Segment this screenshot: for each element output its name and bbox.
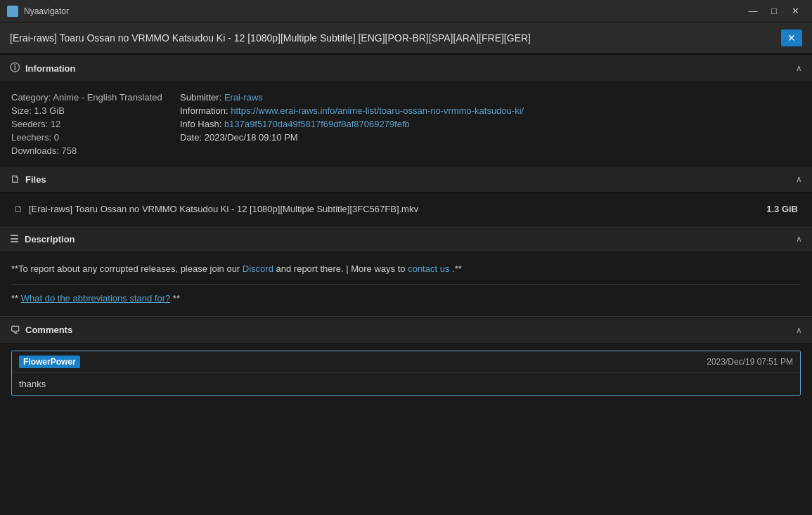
hash-row: Info Hash: b137a9f5170da49f5817f69df8af8…	[180, 119, 801, 129]
size-row: Size: 1.3 GiB	[11, 105, 180, 116]
files-section-title: Files	[25, 174, 46, 185]
minimize-button[interactable]: —	[743, 4, 763, 18]
desc-abbr-suffix: **	[173, 293, 180, 304]
desc-text-end: .**	[452, 263, 462, 274]
leechers-row: Leechers: 0	[11, 132, 180, 143]
date-label: Date:	[180, 132, 202, 143]
main-content: ⓘ Information ∧ Category: Anime - Englis…	[0, 54, 812, 511]
desc-abbr-prefix: **	[11, 293, 18, 304]
torrent-title: [Erai-raws] Toaru Ossan no VRMMO Katsudo…	[10, 32, 774, 44]
comment-box-0: FlowerPower 2023/Dec/19 07:51 PM thanks	[11, 351, 801, 396]
seeders-row: Seeders: 12	[11, 119, 180, 129]
comments-section-body: FlowerPower 2023/Dec/19 07:51 PM thanks	[0, 344, 812, 403]
desc-text-after-discord: and report there. | More ways to	[276, 263, 408, 274]
description-chevron: ∧	[796, 234, 802, 244]
seeders-label: Seeders:	[11, 119, 48, 129]
date-row: Date: 2023/Dec/18 09:10 PM	[180, 132, 801, 143]
information-section-body: Category: Anime - English Translated Sub…	[0, 82, 812, 166]
app-title: Nyaavigator	[24, 6, 737, 16]
desc-divider	[11, 284, 801, 285]
file-icon: 🗋	[14, 204, 23, 214]
file-name: [Erai-raws] Toaru Ossan no VRMMO Katsudo…	[29, 204, 418, 214]
category-label: Category:	[11, 92, 51, 103]
torrent-close-button[interactable]: ✕	[781, 30, 802, 46]
leechers-value: 0	[54, 132, 59, 143]
description-text: **To report about any corrupted releases…	[11, 262, 801, 277]
category-row: Category: Anime - English Translated	[11, 92, 180, 103]
desc-abbr-paragraph: ** What do the abbreviations stand for? …	[11, 292, 801, 306]
information-chevron: ∧	[796, 63, 802, 73]
discord-link[interactable]: Discord	[243, 263, 273, 274]
file-name-container: 🗋 [Erai-raws] Toaru Ossan no VRMMO Katsu…	[14, 204, 418, 214]
info-url-row: Information: https://www.erai-raws.info/…	[180, 105, 801, 116]
downloads-value: 758	[62, 145, 77, 156]
category-value: Anime - English Translated	[53, 92, 162, 103]
window-close-button[interactable]: ✕	[785, 4, 805, 18]
hash-value: b137a9f5170da49f5817f69df8af87069279fefb	[224, 119, 410, 129]
comments-icon: 🗨	[10, 325, 20, 336]
file-size: 1.3 GiB	[766, 204, 798, 214]
info-icon: ⓘ	[10, 62, 20, 74]
comments-section-title: Comments	[25, 325, 72, 335]
files-chevron: ∧	[796, 174, 802, 184]
submitter-link[interactable]: Erai-raws	[224, 92, 263, 103]
comment-header-0: FlowerPower 2023/Dec/19 07:51 PM	[12, 351, 800, 372]
torrent-title-bar: [Erai-raws] Toaru Ossan no VRMMO Katsudo…	[0, 22, 812, 54]
size-value: 1.3 GiB	[34, 105, 65, 116]
seeders-value: 12	[51, 119, 60, 129]
files-icon: 🗋	[10, 174, 20, 185]
files-section-header[interactable]: 🗋 Files ∧	[0, 166, 812, 193]
maximize-button[interactable]: □	[764, 4, 784, 18]
description-section-body: **To report about any corrupted releases…	[0, 252, 812, 317]
window-controls: — □ ✕	[743, 4, 805, 18]
comments-section-header[interactable]: 🗨 Comments ∧	[0, 317, 812, 344]
app-icon	[7, 6, 18, 17]
title-bar: Nyaavigator — □ ✕	[0, 0, 812, 22]
comment-username-0: FlowerPower	[19, 356, 80, 368]
submitter-label: Submitter:	[180, 92, 221, 103]
hash-label: Info Hash:	[180, 119, 221, 129]
leechers-label: Leechers:	[11, 132, 51, 143]
contact-link[interactable]: contact us	[408, 263, 449, 274]
submitter-row: Submitter: Erai-raws	[180, 92, 801, 103]
info-url-label: Information:	[180, 105, 228, 116]
info-grid: Category: Anime - English Translated Sub…	[11, 92, 801, 156]
description-section-header[interactable]: ☰ Description ∧	[0, 226, 812, 252]
comment-body-0: thanks	[12, 372, 800, 395]
description-section-title: Description	[25, 234, 75, 245]
downloads-label: Downloads:	[11, 145, 59, 156]
file-row: 🗋 [Erai-raws] Toaru Ossan no VRMMO Katsu…	[11, 200, 801, 219]
info-url-link[interactable]: https://www.erai-raws.info/anime-list/to…	[231, 105, 524, 116]
abbr-link[interactable]: What do the abbreviations stand for?	[21, 293, 170, 304]
size-label: Size:	[11, 105, 32, 116]
date-value: 2023/Dec/18 09:10 PM	[205, 132, 298, 143]
files-section-body: 🗋 [Erai-raws] Toaru Ossan no VRMMO Katsu…	[0, 193, 812, 226]
description-icon: ☰	[10, 233, 19, 245]
information-section-title: Information	[25, 63, 76, 74]
downloads-row: Downloads: 758	[11, 145, 180, 156]
comment-timestamp-0: 2023/Dec/19 07:51 PM	[707, 357, 793, 367]
comments-chevron: ∧	[796, 325, 802, 335]
information-section-header[interactable]: ⓘ Information ∧	[0, 54, 812, 82]
desc-text-before-discord: **To report about any corrupted releases…	[11, 263, 243, 274]
